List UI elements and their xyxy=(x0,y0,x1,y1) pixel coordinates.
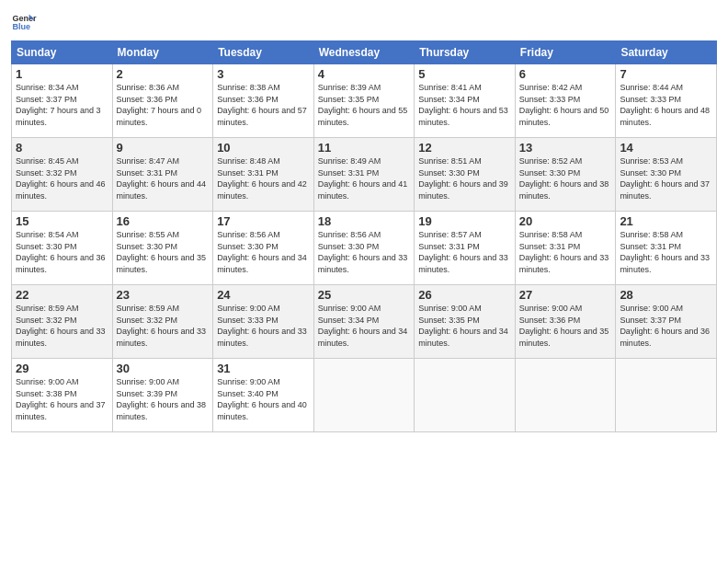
day-number: 2 xyxy=(117,67,210,81)
day-info: Sunrise: 8:57 AM Sunset: 3:31 PM Dayligh… xyxy=(418,229,511,275)
day-number: 30 xyxy=(117,362,210,375)
day-info: Sunrise: 8:41 AM Sunset: 3:34 PM Dayligh… xyxy=(418,82,511,128)
calendar-cell: 9 Sunrise: 8:47 AM Sunset: 3:31 PM Dayli… xyxy=(112,138,213,212)
day-info: Sunrise: 8:45 AM Sunset: 3:32 PM Dayligh… xyxy=(16,155,108,201)
svg-text:General: General xyxy=(12,14,37,23)
calendar-week-3: 15 Sunrise: 8:54 AM Sunset: 3:30 PM Dayl… xyxy=(12,212,717,285)
day-info: Sunrise: 9:00 AM Sunset: 3:40 PM Dayligh… xyxy=(217,376,310,422)
calendar-cell: 16 Sunrise: 8:55 AM Sunset: 3:30 PM Dayl… xyxy=(112,212,213,285)
calendar-cell xyxy=(515,359,616,432)
day-header-tuesday: Tuesday xyxy=(213,41,314,64)
day-info: Sunrise: 8:56 AM Sunset: 3:30 PM Dayligh… xyxy=(217,229,310,275)
day-number: 18 xyxy=(318,214,411,228)
day-info: Sunrise: 8:34 AM Sunset: 3:37 PM Dayligh… xyxy=(16,82,108,128)
day-info: Sunrise: 8:47 AM Sunset: 3:31 PM Dayligh… xyxy=(117,155,210,201)
day-number: 22 xyxy=(16,288,108,302)
calendar-cell: 14 Sunrise: 8:53 AM Sunset: 3:30 PM Dayl… xyxy=(616,138,717,212)
day-number: 15 xyxy=(16,214,108,228)
day-number: 16 xyxy=(117,214,210,228)
calendar-week-1: 1 Sunrise: 8:34 AM Sunset: 3:37 PM Dayli… xyxy=(12,64,717,138)
calendar-cell: 8 Sunrise: 8:45 AM Sunset: 3:32 PM Dayli… xyxy=(12,138,113,212)
day-header-wednesday: Wednesday xyxy=(313,41,415,64)
day-number: 11 xyxy=(318,141,411,155)
day-number: 1 xyxy=(16,67,108,81)
calendar-cell: 3 Sunrise: 8:38 AM Sunset: 3:36 PM Dayli… xyxy=(213,64,314,138)
calendar-cell: 12 Sunrise: 8:51 AM Sunset: 3:30 PM Dayl… xyxy=(415,138,516,212)
calendar-container: General Blue SundayMondayTuesdayWednesda… xyxy=(0,0,728,442)
day-number: 26 xyxy=(418,288,511,302)
calendar-cell: 25 Sunrise: 9:00 AM Sunset: 3:34 PM Dayl… xyxy=(313,285,415,359)
calendar-table: SundayMondayTuesdayWednesdayThursdayFrid… xyxy=(11,40,717,432)
calendar-cell: 4 Sunrise: 8:39 AM Sunset: 3:35 PM Dayli… xyxy=(313,64,415,138)
calendar-cell: 21 Sunrise: 8:58 AM Sunset: 3:31 PM Dayl… xyxy=(616,212,717,285)
day-number: 9 xyxy=(117,141,210,155)
day-info: Sunrise: 8:59 AM Sunset: 3:32 PM Dayligh… xyxy=(117,303,210,349)
svg-text:Blue: Blue xyxy=(12,22,30,31)
logo: General Blue xyxy=(11,9,40,35)
day-number: 6 xyxy=(519,67,612,81)
calendar-cell: 18 Sunrise: 8:56 AM Sunset: 3:30 PM Dayl… xyxy=(313,212,415,285)
day-header-saturday: Saturday xyxy=(616,41,717,64)
day-number: 7 xyxy=(620,67,712,81)
day-info: Sunrise: 9:00 AM Sunset: 3:34 PM Dayligh… xyxy=(318,303,411,349)
day-number: 21 xyxy=(620,214,712,228)
day-header-sunday: Sunday xyxy=(12,41,113,64)
calendar-cell: 17 Sunrise: 8:56 AM Sunset: 3:30 PM Dayl… xyxy=(213,212,314,285)
day-header-friday: Friday xyxy=(515,41,616,64)
calendar-body: 1 Sunrise: 8:34 AM Sunset: 3:37 PM Dayli… xyxy=(12,64,717,432)
calendar-cell: 24 Sunrise: 9:00 AM Sunset: 3:33 PM Dayl… xyxy=(213,285,314,359)
day-info: Sunrise: 9:00 AM Sunset: 3:38 PM Dayligh… xyxy=(16,376,108,422)
calendar-cell: 28 Sunrise: 9:00 AM Sunset: 3:37 PM Dayl… xyxy=(616,285,717,359)
day-info: Sunrise: 8:55 AM Sunset: 3:30 PM Dayligh… xyxy=(117,229,210,275)
calendar-cell: 26 Sunrise: 9:00 AM Sunset: 3:35 PM Dayl… xyxy=(415,285,516,359)
day-info: Sunrise: 8:56 AM Sunset: 3:30 PM Dayligh… xyxy=(318,229,411,275)
header: General Blue xyxy=(11,9,717,35)
calendar-cell: 15 Sunrise: 8:54 AM Sunset: 3:30 PM Dayl… xyxy=(12,212,113,285)
day-number: 10 xyxy=(217,141,310,155)
day-info: Sunrise: 8:54 AM Sunset: 3:30 PM Dayligh… xyxy=(16,229,108,275)
day-number: 8 xyxy=(16,141,108,155)
calendar-cell: 5 Sunrise: 8:41 AM Sunset: 3:34 PM Dayli… xyxy=(415,64,516,138)
day-number: 27 xyxy=(519,288,612,302)
calendar-cell: 31 Sunrise: 9:00 AM Sunset: 3:40 PM Dayl… xyxy=(213,359,314,432)
day-info: Sunrise: 9:00 AM Sunset: 3:33 PM Dayligh… xyxy=(217,303,310,349)
calendar-cell: 13 Sunrise: 8:52 AM Sunset: 3:30 PM Dayl… xyxy=(515,138,616,212)
day-info: Sunrise: 8:39 AM Sunset: 3:35 PM Dayligh… xyxy=(318,82,411,128)
day-info: Sunrise: 8:38 AM Sunset: 3:36 PM Dayligh… xyxy=(217,82,310,128)
day-number: 31 xyxy=(217,362,310,375)
calendar-cell: 23 Sunrise: 8:59 AM Sunset: 3:32 PM Dayl… xyxy=(112,285,213,359)
calendar-cell xyxy=(415,359,516,432)
calendar-cell: 7 Sunrise: 8:44 AM Sunset: 3:33 PM Dayli… xyxy=(616,64,717,138)
calendar-cell: 2 Sunrise: 8:36 AM Sunset: 3:36 PM Dayli… xyxy=(112,64,213,138)
day-number: 23 xyxy=(117,288,210,302)
calendar-cell: 27 Sunrise: 9:00 AM Sunset: 3:36 PM Dayl… xyxy=(515,285,616,359)
day-info: Sunrise: 8:58 AM Sunset: 3:31 PM Dayligh… xyxy=(519,229,612,275)
day-number: 12 xyxy=(418,141,511,155)
day-number: 14 xyxy=(620,141,712,155)
day-number: 19 xyxy=(418,214,511,228)
day-header-thursday: Thursday xyxy=(415,41,516,64)
day-info: Sunrise: 8:58 AM Sunset: 3:31 PM Dayligh… xyxy=(620,229,712,275)
calendar-cell: 22 Sunrise: 8:59 AM Sunset: 3:32 PM Dayl… xyxy=(12,285,113,359)
calendar-cell: 11 Sunrise: 8:49 AM Sunset: 3:31 PM Dayl… xyxy=(313,138,415,212)
calendar-header-row: SundayMondayTuesdayWednesdayThursdayFrid… xyxy=(12,41,717,64)
logo-icon: General Blue xyxy=(11,9,37,35)
day-info: Sunrise: 9:00 AM Sunset: 3:35 PM Dayligh… xyxy=(418,303,511,349)
day-number: 24 xyxy=(217,288,310,302)
calendar-cell xyxy=(313,359,415,432)
day-number: 4 xyxy=(318,67,411,81)
day-number: 3 xyxy=(217,67,310,81)
day-number: 29 xyxy=(16,362,108,375)
calendar-cell: 30 Sunrise: 9:00 AM Sunset: 3:39 PM Dayl… xyxy=(112,359,213,432)
calendar-cell: 19 Sunrise: 8:57 AM Sunset: 3:31 PM Dayl… xyxy=(415,212,516,285)
day-number: 5 xyxy=(418,67,511,81)
day-info: Sunrise: 8:53 AM Sunset: 3:30 PM Dayligh… xyxy=(620,155,712,201)
day-number: 28 xyxy=(620,288,712,302)
day-number: 13 xyxy=(519,141,612,155)
day-header-monday: Monday xyxy=(112,41,213,64)
day-info: Sunrise: 9:00 AM Sunset: 3:36 PM Dayligh… xyxy=(519,303,612,349)
day-info: Sunrise: 8:52 AM Sunset: 3:30 PM Dayligh… xyxy=(519,155,612,201)
calendar-cell: 6 Sunrise: 8:42 AM Sunset: 3:33 PM Dayli… xyxy=(515,64,616,138)
calendar-cell: 29 Sunrise: 9:00 AM Sunset: 3:38 PM Dayl… xyxy=(12,359,113,432)
day-info: Sunrise: 8:51 AM Sunset: 3:30 PM Dayligh… xyxy=(418,155,511,201)
